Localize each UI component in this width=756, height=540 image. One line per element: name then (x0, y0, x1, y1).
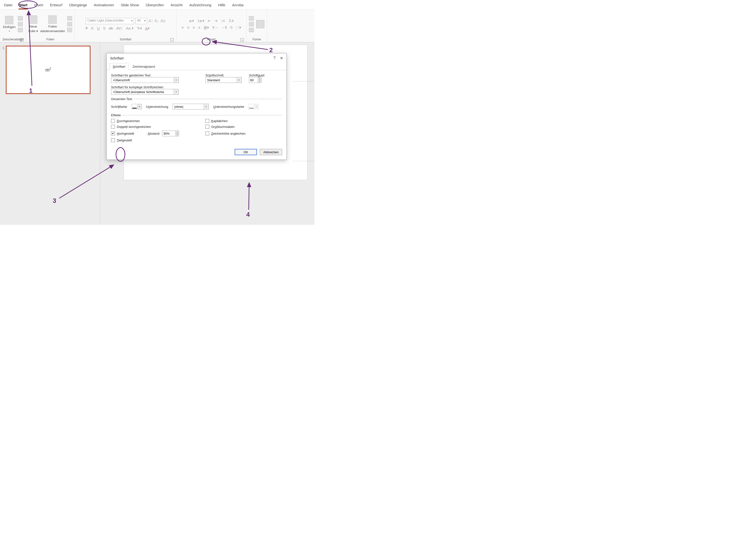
tab-aufzeichnung[interactable]: Aufzeichnung (189, 2, 212, 9)
underline-style-combo[interactable]: ▾ (172, 104, 209, 109)
tab-animationen[interactable]: Animationen (94, 2, 114, 9)
align-left-button[interactable]: ≡ (182, 25, 184, 30)
spinner-down-icon[interactable]: ▼ (258, 80, 261, 83)
reuse-slides-button[interactable]: Folien wiederverwenden (40, 16, 65, 33)
font-color-dropdown-icon[interactable]: ▾ (138, 104, 142, 109)
font-size-spinner[interactable]: ▲▼ (249, 77, 262, 83)
format-painter-icon[interactable] (18, 28, 23, 32)
superscript-label: Hochgestellt (117, 132, 134, 135)
spinner-up-icon[interactable]: ▲ (258, 77, 261, 80)
quickstyles-icon[interactable] (249, 28, 254, 32)
new-slide-label-1: Neue (30, 25, 37, 28)
strike-button[interactable]: ab (109, 26, 113, 31)
tab-ueberpruefen[interactable]: Überprüfen (145, 2, 164, 9)
reset-icon[interactable] (67, 22, 72, 26)
underline-style-label: Unterstreichung (146, 105, 168, 108)
shapes-gallery-icon (256, 20, 265, 28)
font-color-button[interactable]: A▾ (145, 26, 150, 31)
clear-format-icon[interactable]: A⎚ (160, 19, 165, 23)
spacing-button[interactable]: AV↕ (116, 26, 123, 31)
tab-ansicht[interactable]: Ansicht (170, 2, 183, 9)
paragraph-launcher-icon[interactable]: ↘ (241, 38, 244, 42)
superscript-checkbox[interactable]: ✔ (111, 131, 115, 135)
strike-checkbox[interactable] (111, 119, 115, 123)
paste-button[interactable]: Einfügen ▾ (3, 16, 16, 32)
allcaps-checkbox[interactable] (205, 125, 209, 129)
columns-button[interactable]: ▥▾ (204, 25, 209, 30)
tab-slideshow[interactable]: Slide Show (120, 2, 139, 9)
tab-entwurf[interactable]: Entwurf (50, 2, 63, 9)
bold-button[interactable]: F (86, 26, 88, 31)
font-name-combo[interactable]: Calibri Light (Überschrifter (86, 18, 134, 24)
cut-icon[interactable] (18, 16, 23, 21)
align-center-button[interactable]: ≡ (187, 25, 189, 30)
smallcaps-checkbox[interactable] (205, 119, 209, 123)
group-clipboard-label: Zwischenablage ↘ (2, 37, 24, 42)
align-right-button[interactable]: ≡ (193, 25, 195, 30)
tab-hilfe[interactable]: Hilfe (218, 2, 226, 9)
shadow-button[interactable]: S (103, 26, 105, 31)
highlight-button[interactable]: ✎▾ (137, 26, 142, 31)
case-button[interactable]: Aa ▾ (126, 26, 133, 31)
spinner-down-icon[interactable]: ▼ (175, 134, 179, 136)
dialog-titlebar: Schriftart ? ✕ (107, 54, 286, 63)
slide-thumbnail[interactable]: m2 (6, 46, 91, 94)
text-direction-button[interactable]: ↧A (228, 19, 234, 23)
clipboard-launcher-icon[interactable]: ↘ (20, 38, 24, 42)
indent-inc-button[interactable]: ⇥ (214, 19, 218, 23)
complex-font-combo[interactable]: ▾ (111, 89, 179, 95)
bullets-button[interactable]: ≣▾ (189, 19, 194, 23)
cancel-button[interactable]: Abbrechen (260, 149, 282, 155)
western-font-combo[interactable]: ▾ (111, 77, 179, 83)
tab-acrobat[interactable]: Acroba (232, 2, 244, 9)
chevron-down-icon[interactable]: ▾ (237, 77, 242, 83)
group-paragraph: ≣▾ 1≣▾ ⇤ ⇥ ↕≡ ↧A ≡ ≡ ≡ ≡ ▥▾ ¶→ ←¶ ⎘ ⬚▾ A… (176, 10, 247, 42)
shapes-icon[interactable] (249, 16, 254, 21)
dialog-tab-spacing[interactable]: Zeichenabstand (129, 63, 158, 70)
equalize-checkbox[interactable] (205, 131, 209, 135)
smartart-button[interactable]: ⬚▾ (236, 25, 241, 30)
font-color-button[interactable] (132, 104, 137, 109)
section-icon[interactable] (67, 28, 72, 32)
font-size-combo[interactable]: 60 (135, 18, 147, 24)
tab-uebergaenge[interactable]: Übergänge (69, 2, 88, 9)
complex-font-input[interactable] (112, 90, 178, 94)
chevron-down-icon[interactable]: ▾ (174, 77, 179, 83)
tab-datei[interactable]: Datei (3, 2, 13, 9)
all-text-legend: Gesamten Text (111, 97, 133, 101)
thumbnail-number: 1 (2, 46, 4, 94)
double-strike-checkbox[interactable] (111, 125, 115, 129)
justify-button[interactable]: ≡ (198, 25, 200, 30)
rtl-button[interactable]: ←¶ (221, 25, 227, 30)
dialog-tab-font[interactable]: Schriftart (109, 63, 128, 70)
decrease-font-icon[interactable]: A↓ (155, 19, 159, 23)
chevron-down-icon[interactable]: ▾ (204, 104, 209, 109)
offset-spinner[interactable]: ▲▼ (162, 131, 179, 136)
underline-style-input[interactable] (174, 105, 208, 109)
font-dialog-launcher-icon[interactable]: ↘ (170, 38, 174, 42)
dialog-close-button[interactable]: ✕ (280, 56, 283, 61)
font-style-input[interactable] (207, 78, 241, 82)
layout-icon[interactable] (67, 16, 72, 21)
spinner-up-icon[interactable]: ▲ (175, 131, 179, 134)
font-style-combo[interactable]: ▾ (205, 77, 242, 83)
chevron-down-icon[interactable]: ▾ (174, 89, 179, 94)
numbering-button[interactable]: 1≣▾ (197, 19, 204, 23)
dialog-help-button[interactable]: ? (274, 56, 276, 61)
copy-icon[interactable] (18, 22, 23, 26)
western-font-input[interactable] (112, 78, 178, 82)
arrange-icon[interactable] (249, 22, 254, 26)
indent-dec-button[interactable]: ⇤ (208, 19, 211, 23)
western-font-label: Schriftart für westlichen Text: (111, 73, 198, 77)
underline-button[interactable]: U (97, 26, 100, 31)
new-slide-button[interactable]: Neue Folie ▾ (29, 16, 38, 33)
increase-font-icon[interactable]: A↑ (148, 19, 153, 23)
ok-button[interactable]: OK (235, 149, 257, 155)
align-text-button[interactable]: ⎘ (230, 25, 233, 30)
ltr-button[interactable]: ¶→ (212, 25, 218, 30)
line-spacing-button[interactable]: ↕≡ (221, 19, 225, 23)
shapes-gallery[interactable] (256, 20, 265, 28)
subscript-checkbox[interactable] (111, 138, 115, 142)
italic-button[interactable]: K (91, 26, 94, 31)
paste-dropdown-arrow[interactable]: ▾ (9, 30, 10, 32)
